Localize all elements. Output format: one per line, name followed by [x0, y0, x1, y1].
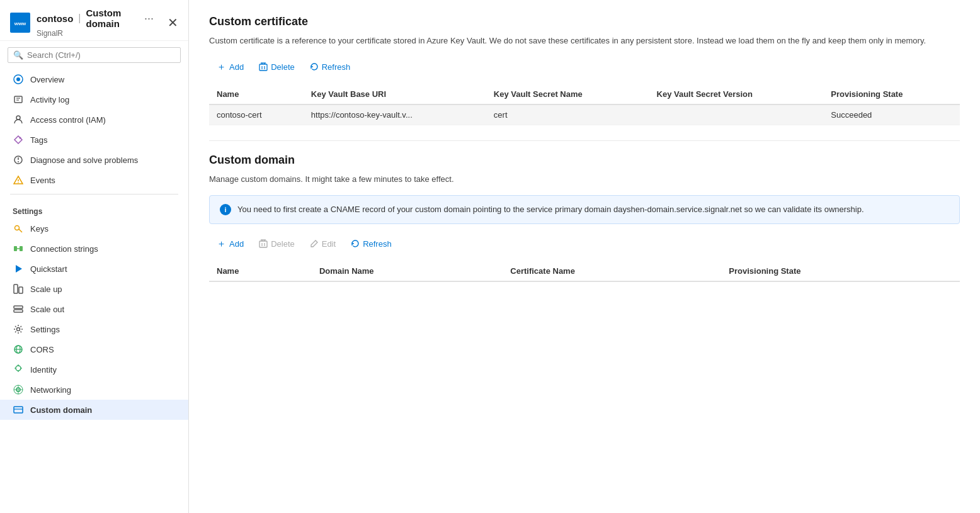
custom-certificate-section: Custom certificate Custom certificate is… [209, 15, 960, 125]
sidebar-item-label: CORS [30, 345, 54, 354]
cert-col-secret-version: Key Vault Secret Version [649, 84, 824, 104]
svg-point-24 [17, 328, 20, 331]
info-icon: i [220, 204, 231, 215]
sidebar-item-events[interactable]: Events [0, 170, 188, 190]
header-more-icon[interactable]: ··· [144, 12, 154, 25]
svg-point-15 [15, 226, 20, 230]
sidebar-item-label: Tags [30, 135, 47, 145]
sidebar-header: www contoso | Custom domain ··· SignalR … [0, 0, 188, 41]
sidebar-item-label: Scale up [30, 285, 62, 294]
domain-edit-button[interactable]: Edit [302, 235, 343, 252]
sidebar-item-identity[interactable]: Identity [0, 359, 188, 380]
tags-icon [13, 134, 24, 145]
section-separator [209, 140, 960, 141]
search-icon: 🔍 [13, 50, 23, 60]
certificate-table: Name Key Vault Base URI Key Vault Secret… [209, 84, 960, 125]
sidebar-item-settings[interactable]: Settings [0, 319, 188, 339]
sidebar-item-label: Scale out [30, 305, 64, 314]
sidebar-item-label: Activity log [30, 95, 69, 104]
quickstart-icon [13, 263, 24, 274]
svg-point-11 [18, 161, 19, 162]
sidebar-item-cors[interactable]: CORS [0, 339, 188, 359]
domain-refresh-icon [351, 239, 360, 248]
custom-certificate-title: Custom certificate [209, 15, 960, 28]
domain-delete-icon [259, 239, 268, 248]
cert-add-icon: ＋ [217, 61, 226, 73]
connection-icon [13, 243, 24, 254]
svg-rect-45 [259, 241, 267, 247]
custom-domain-title: Custom domain [209, 154, 960, 167]
overview-icon [13, 74, 24, 85]
settings-icon [13, 324, 24, 335]
identity-icon [13, 364, 24, 375]
settings-section-label: Settings [0, 198, 188, 218]
sidebar-item-networking[interactable]: Networking [0, 380, 188, 400]
svg-point-28 [16, 366, 21, 371]
close-button[interactable]: ✕ [168, 15, 178, 30]
sidebar-title-block: contoso | Custom domain ··· SignalR [37, 8, 154, 38]
cert-row-uri: https://contoso-key-vault.v... [304, 104, 486, 125]
sidebar-nav: Overview Activity log Access control (IA… [0, 69, 188, 513]
sidebar-item-activity-log[interactable]: Activity log [0, 89, 188, 110]
events-icon [13, 174, 24, 186]
table-row[interactable]: contoso-cert https://contoso-key-vault.v… [209, 104, 960, 125]
content-area: Custom certificate Custom certificate is… [189, 0, 980, 297]
sidebar-item-label: Access control (IAM) [30, 115, 106, 125]
resource-type: SignalR [37, 29, 154, 38]
sidebar-item-tags[interactable]: Tags [0, 130, 188, 150]
info-message: You need to first create a CNAME record … [237, 203, 864, 216]
domain-add-icon: ＋ [217, 238, 226, 250]
sidebar-item-scale-out[interactable]: Scale out [0, 299, 188, 319]
svg-rect-21 [19, 287, 23, 293]
domain-col-domain-name: Domain Name [312, 261, 503, 281]
diagnose-icon [13, 154, 24, 166]
sidebar-item-iam[interactable]: Access control (IAM) [0, 110, 188, 130]
custom-domain-icon [13, 404, 24, 415]
scale-up-icon [13, 283, 24, 295]
search-input[interactable] [27, 50, 175, 60]
svg-rect-37 [14, 407, 23, 413]
sidebar-item-overview[interactable]: Overview [0, 69, 188, 89]
cert-col-name: Name [209, 84, 304, 104]
search-box[interactable]: 🔍 [8, 47, 181, 63]
svg-rect-23 [14, 310, 23, 312]
sidebar-item-diagnose[interactable]: Diagnose and solve problems [0, 150, 188, 170]
custom-certificate-desc: Custom certificate is a reference to you… [209, 35, 960, 47]
sidebar-item-label: Settings [30, 325, 60, 334]
cert-delete-button[interactable]: Delete [251, 59, 302, 76]
activity-icon [13, 94, 24, 105]
main-content: Custom certificate Custom certificate is… [189, 0, 980, 513]
networking-icon [13, 384, 24, 395]
resource-name: contoso [37, 13, 73, 24]
sidebar-item-label: Networking [30, 385, 71, 395]
domain-edit-icon [310, 239, 319, 248]
domain-col-name: Name [209, 261, 312, 281]
svg-rect-39 [259, 64, 267, 70]
sidebar-item-label: Diagnose and solve problems [30, 155, 138, 165]
cert-refresh-button[interactable]: Refresh [302, 59, 358, 76]
certificate-toolbar: ＋ Add Delete Refresh [209, 57, 960, 77]
info-box: i You need to first create a CNAME recor… [209, 195, 960, 224]
svg-rect-4 [14, 96, 22, 103]
keys-icon [13, 223, 24, 234]
sidebar-item-connection-strings[interactable]: Connection strings [0, 239, 188, 259]
scale-out-icon [13, 303, 24, 315]
domain-refresh-button[interactable]: Refresh [343, 235, 399, 252]
sidebar-item-scale-up[interactable]: Scale up [0, 279, 188, 299]
cert-add-button[interactable]: ＋ Add [209, 57, 251, 77]
cert-refresh-icon [310, 62, 319, 71]
svg-point-7 [16, 116, 20, 120]
svg-rect-22 [14, 306, 23, 308]
svg-marker-19 [16, 265, 22, 273]
domain-delete-button[interactable]: Delete [251, 235, 302, 252]
svg-rect-16 [14, 246, 17, 251]
custom-domain-section: Custom domain Manage custom domains. It … [209, 154, 960, 282]
domain-col-state: Provisioning State [721, 261, 960, 281]
sidebar-item-keys[interactable]: Keys [0, 218, 188, 239]
sidebar-item-custom-domain[interactable]: Custom domain [0, 400, 188, 420]
sidebar-item-quickstart[interactable]: Quickstart [0, 259, 188, 279]
svg-text:www: www [14, 21, 26, 26]
cert-row-secret-version [649, 104, 824, 125]
domain-add-button[interactable]: ＋ Add [209, 234, 251, 254]
cert-col-uri: Key Vault Base URI [304, 84, 486, 104]
